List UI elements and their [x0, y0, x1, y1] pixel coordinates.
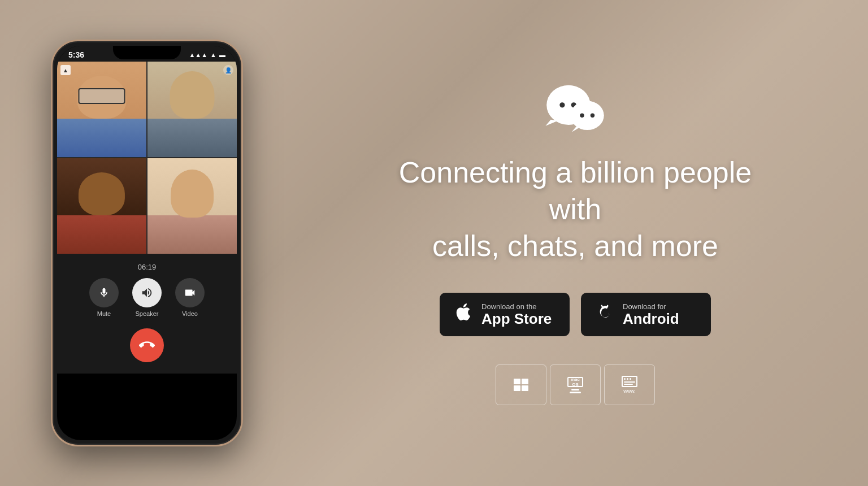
phone-notch	[113, 46, 181, 59]
avatar-1	[57, 62, 146, 157]
video-cell-2: 👤	[147, 62, 237, 157]
avatar-2	[147, 62, 237, 157]
status-icons: ▲▲▲ ▲ ▬	[189, 51, 225, 58]
video-label: Video	[182, 310, 198, 317]
web-button[interactable]: www.	[604, 364, 655, 405]
windows-button[interactable]	[496, 364, 546, 405]
video-circle	[175, 278, 205, 307]
windows-icon	[514, 379, 528, 391]
app-store-name: App Store	[481, 311, 552, 327]
mute-label: Mute	[97, 310, 111, 317]
android-name: Android	[623, 311, 679, 327]
controls-row: Mute Speaker	[89, 278, 205, 317]
web-icon: www.	[622, 376, 637, 394]
call-controls: 06:19 Mute	[57, 254, 237, 374]
app-store-subtitle: Download on the	[481, 302, 552, 311]
mute-circle	[89, 278, 119, 307]
svg-point-2	[559, 102, 565, 107]
android-icon	[594, 302, 615, 327]
phone-section: 5:36 ▲▲▲ ▲ ▬ ▲ 👤	[0, 0, 294, 486]
svg-point-6	[580, 114, 584, 118]
svg-point-8	[602, 310, 604, 311]
battery-icon: ▬	[219, 51, 225, 58]
svg-point-4	[571, 101, 604, 130]
tagline: Connecting a billion people with calls, …	[377, 154, 773, 264]
svg-marker-5	[572, 126, 581, 132]
video-cell-1: ▲	[57, 62, 146, 157]
android-text: Download for Android	[623, 302, 679, 327]
page-container: 5:36 ▲▲▲ ▲ ▬ ▲ 👤	[0, 0, 868, 486]
status-time: 5:36	[68, 50, 84, 59]
speaker-circle	[132, 278, 162, 307]
speaker-button[interactable]: Speaker	[132, 278, 162, 317]
signal-icon: ▲▲▲	[189, 51, 207, 58]
content-section: Connecting a billion people with calls, …	[294, 58, 868, 428]
video-cell-3	[57, 158, 146, 254]
app-store-button[interactable]: Download on the App Store	[440, 293, 570, 336]
tagline-line2: calls, chats, and more	[432, 229, 718, 262]
avatar-4	[147, 158, 237, 254]
android-button[interactable]: Download for Android	[581, 293, 711, 336]
call-timer: 06:19	[138, 263, 157, 271]
wechat-logo	[541, 81, 609, 137]
macos-button[interactable]: macOS	[550, 364, 601, 405]
video-cell-4	[147, 158, 237, 254]
svg-point-9	[606, 310, 607, 311]
app-store-text: Download on the App Store	[481, 302, 552, 327]
svg-point-7	[591, 114, 594, 118]
wifi-icon: ▲	[210, 51, 216, 58]
person-icon-2: 👤	[223, 65, 233, 75]
svg-marker-1	[545, 120, 558, 126]
video-button[interactable]: Video	[175, 278, 205, 317]
platform-icons: macOS	[496, 364, 655, 405]
android-subtitle: Download for	[623, 302, 679, 311]
avatar-3	[57, 158, 146, 254]
end-call-button[interactable]	[130, 328, 164, 362]
download-buttons: Download on the App Store Download for	[440, 293, 711, 336]
phone-mockup: 5:36 ▲▲▲ ▲ ▬ ▲ 👤	[51, 40, 243, 446]
speaker-label: Speaker	[136, 310, 159, 317]
tagline-line1: Connecting a billion people with	[399, 156, 752, 225]
apple-icon	[453, 302, 474, 327]
mute-button[interactable]: Mute	[89, 278, 119, 317]
macos-icon: macOS	[567, 377, 583, 393]
video-grid: ▲ 👤	[57, 62, 237, 254]
phone-inner: 5:36 ▲▲▲ ▲ ▬ ▲ 👤	[57, 46, 237, 440]
scroll-indicator: ▲	[60, 65, 71, 75]
